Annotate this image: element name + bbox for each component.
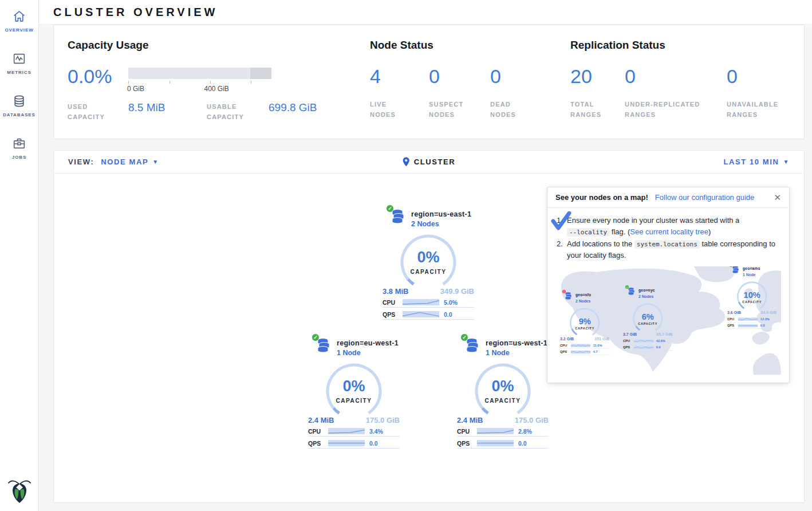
region-label: geo=ams xyxy=(743,266,760,270)
configuration-guide-link[interactable]: Follow our configuration guide xyxy=(655,193,754,202)
sidebar-item-label: OVERVIEW xyxy=(5,27,33,33)
dead-nodes-stat: 0 DEAD NODES xyxy=(490,68,525,120)
breadcrumb-label: CLUSTER xyxy=(414,158,456,166)
db-stack-icon: ✓ xyxy=(316,337,332,353)
healthy-check-icon: ✓ xyxy=(625,285,629,289)
cpu-sparkline xyxy=(403,299,439,305)
sidebar-item-label: JOBS xyxy=(12,155,26,160)
locality-tree-link[interactable]: See current locality tree xyxy=(630,227,708,236)
capacity-gauge: 0% CAPACITY xyxy=(399,233,458,292)
capacity-gauge: 9% CAPACITY xyxy=(569,306,601,339)
nodes-link[interactable]: 2 Nodes xyxy=(411,220,471,228)
home-icon xyxy=(12,9,26,23)
locality-eu-west-1[interactable]: ✓ region=eu-west-1 1 Node xyxy=(308,337,400,449)
sidebar-item-jobs[interactable]: JOBS xyxy=(12,136,26,160)
suspect-nodes-stat: 0 SUSPECT NODES xyxy=(429,68,490,120)
node-map-body: ✓ region=us-east-1 2 Nodes xyxy=(54,174,804,502)
nodes-link[interactable]: 1 Node xyxy=(337,349,399,357)
qps-metric: QPS 0.0 xyxy=(457,438,549,449)
qps-sparkline xyxy=(477,440,514,446)
healthy-check-icon: ✓ xyxy=(460,333,468,341)
cpu-sparkline xyxy=(477,428,514,434)
example-locality-ams: ✓ geo=ams 1 Node xyxy=(727,266,776,329)
db-stack-icon: ! xyxy=(565,292,573,300)
popup-title: See your nodes on a map! xyxy=(555,193,648,202)
capacity-usage-title: Capacity Usage xyxy=(68,39,370,52)
sidebar-item-overview[interactable]: OVERVIEW xyxy=(5,9,33,33)
used-capacity-value: 8.5 MiB xyxy=(128,101,207,114)
cpu-sparkline xyxy=(328,428,365,434)
db-stack-icon: ✓ xyxy=(391,209,406,224)
view-dropdown[interactable]: NODE MAP ▼ xyxy=(101,158,159,166)
capacity-gauge: 0% CAPACITY xyxy=(324,361,384,421)
used-capacity-label: USEDCAPACITY xyxy=(68,101,128,122)
breadcrumb[interactable]: CLUSTER xyxy=(403,157,456,167)
node-map-setup-popup: See your nodes on a map! Follow our conf… xyxy=(547,187,790,383)
db-stack-icon: ✓ xyxy=(732,266,740,274)
usable-capacity-value: 699.8 GiB xyxy=(269,101,317,114)
locality-us-west-1[interactable]: ✓ region=us-west-1 1 Node xyxy=(457,337,549,449)
unavailable-ranges-stat: 0 UNAVAILABLE RANGES xyxy=(727,68,790,120)
region-label: region=us-west-1 xyxy=(486,339,547,347)
close-icon[interactable]: ✕ xyxy=(774,193,781,202)
capacity-tick-400: 400 GiB xyxy=(204,85,229,93)
region-label: region=us-east-1 xyxy=(411,210,471,218)
app-root: OVERVIEW METRICS DATABASES JOBS xyxy=(0,0,812,511)
setup-step-1: 1. Ensure every node in your cluster was… xyxy=(557,215,780,237)
nodes-link[interactable]: 1 Node xyxy=(486,349,547,357)
jobs-icon xyxy=(12,136,26,151)
blue-check-icon xyxy=(551,211,571,231)
map-toolbar: VIEW: NODE MAP ▼ CLUSTER LAST 10 MIN ▼ xyxy=(54,151,804,174)
cockroachdb-logo[interactable] xyxy=(7,478,31,506)
total-ranges-stat: 20 TOTAL RANGES xyxy=(570,68,625,120)
example-map-preview: ! geo=sfo 2 Nodes xyxy=(557,266,781,375)
region-label: geo=nyc xyxy=(638,288,655,293)
db-stack-icon: ✓ xyxy=(628,287,636,296)
locality-us-east-1[interactable]: ✓ region=us-east-1 2 Nodes xyxy=(383,209,474,320)
usable-capacity-label: USABLECAPACITY xyxy=(207,101,269,122)
qps-sparkline xyxy=(403,311,439,317)
capacity-gauge: 0% CAPACITY xyxy=(473,361,533,421)
nodes-link: 1 Node xyxy=(743,272,760,278)
sidebar-item-databases[interactable]: DATABASES xyxy=(3,94,36,117)
qps-sparkline xyxy=(328,440,365,446)
region-label: geo=sfo xyxy=(576,293,591,297)
capacity-percent: 0.0% xyxy=(68,68,128,85)
setup-step-2: 2. Add locations to the system.locations… xyxy=(557,238,780,261)
cpu-metric: CPU 3.4% xyxy=(308,426,400,437)
healthy-check-icon: ✓ xyxy=(312,333,320,341)
healthy-check-icon: ✓ xyxy=(386,205,394,213)
qps-metric: QPS 0.0 xyxy=(308,438,400,449)
sidebar-item-metrics[interactable]: METRICS xyxy=(7,52,31,75)
capacity-bar-tail xyxy=(250,68,272,79)
example-locality-sfo: ! geo=sfo 2 Nodes xyxy=(560,292,609,355)
databases-icon xyxy=(12,94,26,108)
qps-metric: QPS 0.0 xyxy=(383,309,474,320)
sidebar: OVERVIEW METRICS DATABASES JOBS xyxy=(0,0,39,511)
warning-icon: ! xyxy=(562,289,566,294)
cluster-summary-card: Capacity Usage 0.0% 0 GiB 400 GiB xyxy=(53,25,805,139)
system-locations-code: system.locations xyxy=(634,240,700,249)
locality-flag-code: --locality xyxy=(567,228,609,237)
time-range-dropdown[interactable]: LAST 10 MIN ▼ xyxy=(723,158,790,166)
capacity-usage-section: Capacity Usage 0.0% 0 GiB 400 GiB xyxy=(68,39,370,139)
sidebar-item-label: METRICS xyxy=(7,70,31,75)
nodes-link: 2 Nodes xyxy=(638,294,655,300)
chevron-down-icon: ▼ xyxy=(783,159,790,165)
capacity-bar: 0 GiB 400 GiB xyxy=(128,68,271,93)
page-title: CLUSTER OVERVIEW xyxy=(53,6,218,19)
capacity-tick-0: 0 GiB xyxy=(127,85,144,93)
view-label: VIEW: xyxy=(68,158,94,166)
node-status-section: Node Status 4 LIVE NODES 0 SUSPECT NODES… xyxy=(370,39,570,139)
live-nodes-stat: 4 LIVE NODES xyxy=(370,68,429,120)
content-area: Capacity Usage 0.0% 0 GiB 400 GiB xyxy=(39,25,812,511)
region-label: region=eu-west-1 xyxy=(337,339,399,347)
metrics-icon xyxy=(12,52,26,66)
replication-status-section: Replication Status 20 TOTAL RANGES 0 UND… xyxy=(570,39,793,139)
example-locality-nyc: ✓ geo=nyc 2 Nodes xyxy=(623,287,672,351)
main-area: CLUSTER OVERVIEW Capacity Usage 0.0% xyxy=(39,0,812,511)
chevron-down-icon: ▼ xyxy=(152,159,159,165)
db-stack-icon: ✓ xyxy=(465,337,480,353)
top-header: CLUSTER OVERVIEW xyxy=(39,0,812,25)
node-status-title: Node Status xyxy=(370,39,570,52)
